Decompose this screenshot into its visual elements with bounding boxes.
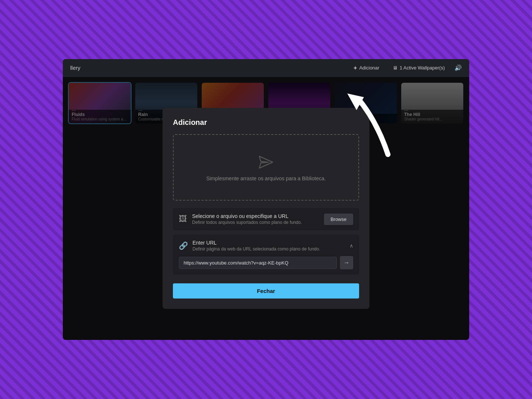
drop-zone-text: Simplesmente arraste os arquivos para a …	[206, 175, 326, 181]
file-icon: 🖼	[179, 214, 187, 224]
app-title: llery	[70, 65, 81, 71]
active-wallpaper-button[interactable]: 🖥 1 Active Wallpaper(s)	[389, 63, 449, 72]
url-section: 🔗 Enter URL Definir página da web da URL…	[173, 235, 359, 274]
url-section-title: Enter URL	[192, 240, 345, 246]
plus-icon: +	[354, 65, 357, 71]
browse-button[interactable]: Browse	[324, 214, 353, 225]
url-go-button[interactable]: →	[340, 256, 353, 269]
url-section-desc: Definir página da web da URL selecionada…	[192, 246, 345, 252]
url-section-header: 🔗 Enter URL Definir página da web da URL…	[179, 240, 353, 252]
monitor-icon: 🖥	[393, 65, 398, 71]
file-section-title: Selecione o arquivo ou especifique a URL	[192, 213, 319, 219]
volume-icon[interactable]: 🔊	[454, 64, 462, 71]
url-section-text: Enter URL Definir página da web da URL s…	[192, 240, 345, 252]
app-window: llery + Adicionar 🖥 1 Active Wallpaper(s…	[63, 59, 469, 340]
header-actions: + Adicionar 🖥 1 Active Wallpaper(s) 🔊	[350, 63, 462, 73]
modal-dialog: Adicionar Simplesmente arraste os arquiv…	[163, 108, 369, 309]
file-section: 🖼 Selecione o arquivo ou especifique a U…	[173, 208, 359, 230]
close-button[interactable]: Fechar	[173, 283, 359, 299]
modal-title: Adicionar	[173, 118, 359, 127]
chevron-up-icon[interactable]: ∧	[349, 243, 353, 249]
paper-plane-icon	[257, 153, 275, 171]
header: llery + Adicionar 🖥 1 Active Wallpaper(s…	[63, 59, 469, 77]
url-input-row: →	[179, 256, 353, 269]
file-section-content: Selecione o arquivo ou especifique a URL…	[192, 213, 319, 225]
file-section-desc: Definir todos arquivos suportados como p…	[192, 220, 319, 225]
modal-overlay: Adicionar Simplesmente arraste os arquiv…	[63, 77, 469, 340]
drop-zone[interactable]: Simplesmente arraste os arquivos para a …	[173, 134, 359, 201]
link-icon: 🔗	[179, 241, 188, 250]
url-input[interactable]	[179, 257, 337, 269]
add-button[interactable]: + Adicionar	[350, 63, 383, 73]
main-content: ··· Fluids Fluid simulation using system…	[63, 77, 469, 340]
